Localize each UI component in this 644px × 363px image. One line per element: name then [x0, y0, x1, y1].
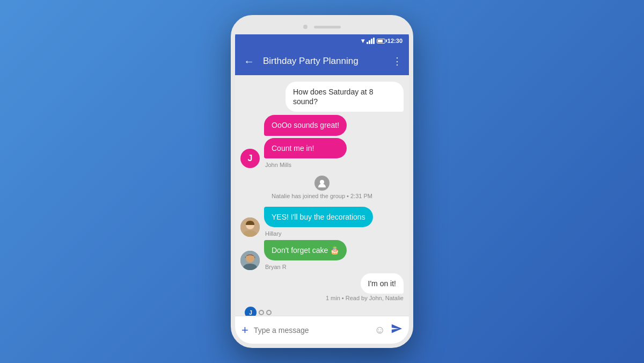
participant-dot	[259, 310, 264, 315]
message-bubble: I'm on it!	[361, 273, 404, 294]
wifi-icon: ▾	[361, 37, 364, 45]
phone-shell: ▾ 12:30 ← Birthday Party Planning ⋮ How …	[231, 15, 413, 348]
more-button[interactable]: ⋮	[392, 55, 402, 67]
read-receipt: 1 min • Read by John, Natalie	[326, 295, 404, 301]
status-bar: ▾ 12:30	[235, 34, 409, 47]
message-input[interactable]	[254, 326, 369, 335]
message-bubble: Count me in!	[264, 138, 347, 158]
message-bubble: OoOo sounds great!	[264, 115, 347, 135]
camera	[303, 25, 308, 29]
status-time: 12:30	[387, 38, 402, 44]
message-row: YES! I'll buy the decorations Hillary	[240, 207, 404, 237]
app-title: Birthday Party Planning	[263, 56, 386, 67]
emoji-button[interactable]: ☺	[375, 324, 385, 336]
bottom-bar: + ☺	[235, 316, 409, 344]
message-row: How does Saturday at 8 sound?	[240, 82, 404, 112]
sender-name: Hillary	[264, 230, 373, 237]
sender-name: Bryan R	[264, 264, 347, 270]
sender-name: John Mills	[264, 162, 347, 168]
signal-icon	[367, 38, 375, 44]
system-avatar	[314, 176, 330, 191]
message-bubble: Don't forget cake 🎂	[264, 240, 347, 260]
back-button[interactable]: ←	[241, 55, 257, 68]
avatar	[240, 251, 260, 270]
message-bubble: How does Saturday at 8 sound?	[286, 82, 404, 112]
participant-avatar: J	[245, 307, 257, 316]
message-row: I'm on it! 1 min • Read by John, Natalie	[240, 273, 404, 301]
system-message: Natalie has joined the group • 2:31 PM	[240, 176, 404, 199]
message-group: YES! I'll buy the decorations Hillary	[264, 207, 373, 237]
add-button[interactable]: +	[241, 323, 248, 337]
battery-icon	[377, 39, 385, 43]
message-row: Don't forget cake 🎂 Bryan R	[240, 240, 404, 270]
avatar: J	[240, 149, 260, 168]
avatar	[240, 217, 260, 237]
message-group: OoOo sounds great! Count me in! John Mil…	[264, 115, 347, 168]
participant-dot	[266, 310, 272, 315]
speaker	[314, 26, 341, 28]
message-group: Don't forget cake 🎂 Bryan R	[264, 240, 347, 270]
chat-area: How does Saturday at 8 sound? J OoOo sou…	[235, 75, 409, 316]
svg-point-0	[320, 180, 324, 184]
message-row: J OoOo sounds great! Count me in! John M…	[240, 115, 404, 168]
participants-row: J	[240, 304, 404, 316]
send-button[interactable]	[391, 323, 402, 337]
app-bar: ← Birthday Party Planning ⋮	[235, 47, 409, 75]
message-bubble: YES! I'll buy the decorations	[264, 207, 373, 227]
system-text: Natalie has joined the group • 2:31 PM	[272, 193, 372, 199]
phone-notch	[235, 19, 409, 34]
